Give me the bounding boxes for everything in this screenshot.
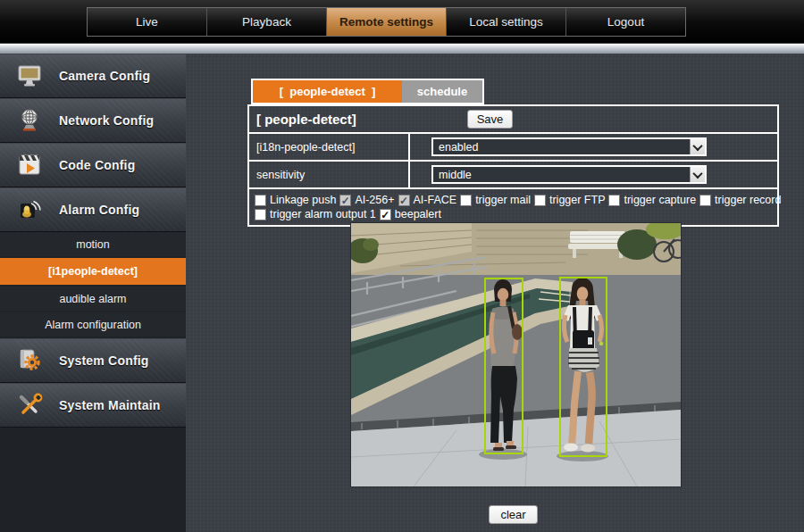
chevron-down-icon[interactable]: [690, 167, 705, 182]
checkbox-linkage-push[interactable]: Linkage push: [255, 194, 336, 206]
nav-tab-logout[interactable]: Logout: [566, 8, 685, 36]
monitor-icon: [0, 62, 59, 89]
checkbox-box[interactable]: [255, 209, 266, 220]
checkbox-box[interactable]: [608, 195, 620, 206]
select-value: middle: [433, 169, 690, 181]
camera-web-ui: Live Playback Remote settings Local sett…: [0, 0, 804, 532]
camera-preview-image: [351, 223, 681, 486]
checkbox-box[interactable]: [339, 195, 351, 206]
nav-tab-local-settings[interactable]: Local settings: [447, 8, 566, 36]
checkbox-ai-face[interactable]: AI-FACE: [398, 194, 457, 206]
sidebar-subitem-people-detect[interactable]: [i1people-detect]: [0, 258, 186, 285]
sidebar-item-label: Network Config: [59, 113, 154, 128]
settings-header-row: [ people-detect] Save: [249, 106, 777, 134]
header-divider-strip: [0, 43, 804, 54]
people-detect-enable-select[interactable]: enabled: [431, 137, 707, 156]
checkbox-label: trigger capture: [624, 194, 696, 206]
checkbox-label: trigger alarm output 1: [270, 208, 376, 220]
nav-tab-live[interactable]: Live: [88, 8, 207, 36]
sidebar-item-camera-config[interactable]: Camera Config: [0, 54, 186, 98]
people-detect-settings-table: [ people-detect] Save [i18n-people-detec…: [247, 104, 779, 227]
checkbox-label: AI-256+: [355, 194, 394, 206]
setting-label: [i18n-people-detect]: [256, 141, 356, 154]
sidebar-item-label: Camera Config: [59, 69, 150, 83]
checkbox-label: trigger mail: [475, 194, 531, 206]
checkbox-box[interactable]: [255, 195, 266, 206]
setting-label: sensitivity: [256, 169, 305, 181]
enable-setting-row: [i18n-people-detect] enabled: [249, 134, 777, 162]
content-tab-group: [ people-detect ] schedule: [251, 79, 484, 104]
checkbox-box[interactable]: [398, 195, 410, 206]
globe-icon: [0, 107, 59, 134]
checkbox-trigger-alarm-output-1[interactable]: trigger alarm output 1: [255, 208, 376, 220]
top-header: Live Playback Remote settings Local sett…: [0, 0, 804, 43]
sensitivity-select[interactable]: middle: [431, 165, 707, 184]
clapperboard-icon: [0, 152, 59, 179]
checkbox-trigger-capture[interactable]: trigger capture: [608, 194, 696, 206]
sidebar-item-network-config[interactable]: Network Config: [0, 98, 186, 143]
clear-button-row: clear: [247, 505, 779, 524]
checkbox-box[interactable]: [534, 195, 546, 206]
checkbox-box[interactable]: [380, 209, 391, 220]
sidebar-item-label: System Maintain: [59, 398, 160, 412]
checkbox-trigger-record[interactable]: trigger record: [699, 194, 781, 206]
sidebar-item-label: System Config: [59, 353, 149, 368]
checkbox-label: beepalert: [395, 208, 441, 220]
nav-tab-remote-settings[interactable]: Remote settings: [327, 8, 447, 36]
checkbox-box[interactable]: [460, 195, 472, 206]
tab-schedule[interactable]: schedule: [402, 80, 482, 103]
sensitivity-setting-row: sensitivity middle: [249, 162, 777, 189]
sidebar-item-code-config[interactable]: Code Config: [0, 143, 186, 187]
sidebar-item-system-maintain[interactable]: System Maintain: [0, 383, 186, 428]
checkbox-beepalert[interactable]: beepalert: [380, 208, 441, 220]
checkbox-trigger-mail[interactable]: trigger mail: [460, 194, 531, 206]
checkbox-label: trigger record: [715, 194, 781, 206]
sidebar-item-system-config[interactable]: System Config: [0, 338, 186, 383]
alarm-submenu: motion [i1people-detect] audible alarm A…: [0, 232, 186, 337]
sidebar: Camera Config Network Config: [0, 54, 186, 532]
trigger-options-row: Linkage push AI-256+ AI-FACE trigger mai…: [249, 189, 777, 225]
select-value: enabled: [433, 141, 690, 154]
sidebar-item-label: Alarm Config: [59, 203, 139, 217]
checkbox-label: AI-FACE: [414, 194, 457, 206]
tab-people-detect[interactable]: [ people-detect ]: [253, 80, 402, 103]
checkbox-box[interactable]: [699, 195, 711, 206]
save-button[interactable]: Save: [467, 110, 514, 129]
clear-button[interactable]: clear: [489, 505, 537, 524]
page-title: [ people-detect]: [256, 112, 356, 127]
sidebar-subitem-motion[interactable]: motion: [0, 232, 186, 256]
sidebar-subitem-alarm-configuration[interactable]: Alarm configuration: [0, 312, 186, 337]
top-nav: Live Playback Remote settings Local sett…: [87, 7, 686, 37]
gear-icon: [0, 347, 59, 374]
checkbox-ai-256[interactable]: AI-256+: [339, 194, 394, 206]
alarm-horn-icon: [0, 196, 59, 223]
checkbox-label: Linkage push: [270, 194, 336, 206]
sidebar-item-alarm-config[interactable]: Alarm Config: [0, 187, 186, 232]
checkbox-label: trigger FTP: [549, 194, 606, 206]
chevron-down-icon[interactable]: [690, 139, 705, 154]
tools-icon: [0, 392, 59, 419]
nav-tab-playback[interactable]: Playback: [207, 8, 327, 36]
sidebar-subitem-audible-alarm[interactable]: audible alarm: [0, 287, 186, 311]
checkbox-trigger-ftp[interactable]: trigger FTP: [534, 194, 606, 206]
sidebar-item-label: Code Config: [59, 158, 135, 172]
